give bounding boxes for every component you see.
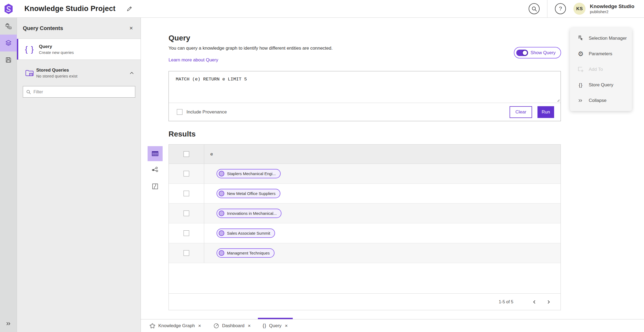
data-model-icon (5, 23, 12, 30)
rail-item-save[interactable] (0, 51, 17, 68)
project-title: Knowledge Studio Project (24, 5, 115, 13)
query-editor: MATCH (e) RETURN e LIMIT 5 (169, 71, 561, 103)
double-chevron-right-icon (5, 320, 12, 327)
link-chart-icon (151, 166, 159, 174)
row-checkbox[interactable] (184, 171, 189, 176)
close-panel-button[interactable]: ✕ (129, 25, 133, 31)
table-row[interactable]: Innovations in Mechanical... (169, 204, 561, 223)
gear-icon: ⚙ (578, 51, 584, 57)
previous-page-button[interactable] (529, 297, 540, 307)
select-all-checkbox[interactable] (184, 151, 189, 157)
table-row[interactable]: New Metal Office Suppliers (169, 184, 561, 204)
row-checkbox[interactable] (184, 230, 189, 236)
chevron-up-icon[interactable] (129, 71, 134, 75)
tab-label: Knowledge Graph (158, 323, 195, 329)
entity-pill[interactable]: New Metal Office Suppliers (217, 189, 280, 198)
results-view-toolbar (148, 146, 163, 195)
parameters-button[interactable]: ⚙ Parameters (570, 46, 632, 62)
entity-pill[interactable]: Innovations in Mechanical... (217, 209, 281, 218)
rail-expand-button[interactable] (0, 315, 17, 332)
tab-query[interactable]: {} Query ✕ (258, 319, 293, 332)
search-button[interactable] (529, 3, 540, 14)
braces-icon: { } (25, 45, 37, 54)
action-label: Parameters (589, 51, 612, 57)
toggle-track (516, 50, 528, 56)
contents-item-description: Create new queries (39, 50, 141, 55)
knowledge-graph-icon (149, 323, 156, 329)
entity-pill[interactable]: Sales Associate Summit (217, 228, 275, 238)
layers-icon (5, 39, 12, 47)
table-pagination: 1-5 of 5 (169, 293, 561, 310)
query-editor-footer: Include Provenance Clear Run (169, 103, 561, 121)
view-table-button[interactable] (148, 146, 163, 161)
action-label: Selection Manager (589, 36, 627, 41)
query-page-title: Query (169, 34, 190, 42)
row-checkbox[interactable] (184, 250, 189, 256)
entity-label: Staplers Mechanical Engi... (227, 171, 276, 176)
filter-search-icon (26, 90, 31, 94)
table-view-icon (151, 150, 159, 158)
table-row[interactable]: Managment Techniques (169, 243, 561, 263)
column-header-e: e (204, 145, 213, 164)
contents-item-stored-queries[interactable]: Stored Queries No stored queries exist (17, 60, 141, 86)
user-role: publisher2 (590, 9, 634, 14)
table-row[interactable]: Staplers Mechanical Engi... (169, 164, 561, 184)
next-page-button[interactable] (543, 297, 554, 307)
entity-dot-icon (219, 171, 224, 176)
resize-handle-icon[interactable] (557, 99, 560, 102)
show-query-toggle[interactable]: Show Query (514, 47, 561, 58)
entity-pill[interactable]: Managment Techniques (217, 248, 275, 258)
user-info[interactable]: Knowledge Studio publisher2 (590, 3, 634, 14)
include-provenance-checkbox[interactable] (177, 109, 182, 115)
pencil-icon (126, 6, 132, 12)
help-icon: ? (559, 6, 562, 12)
contents-item-label: Query (39, 44, 141, 49)
braces-icon: {} (579, 82, 583, 88)
chevron-right-icon (547, 300, 551, 304)
store-query-button[interactable]: {} Store Query (570, 77, 632, 93)
tab-knowledge-graph[interactable]: Knowledge Graph ✕ (144, 319, 206, 332)
entity-label: Innovations in Mechanical... (227, 211, 277, 216)
add-to-button: Add To (570, 62, 632, 77)
close-tab-icon[interactable]: ✕ (248, 324, 251, 328)
rail-item-data-model[interactable] (0, 18, 17, 35)
contents-item-label: Stored Queries (36, 68, 129, 73)
entity-pill[interactable]: Staplers Mechanical Engi... (217, 169, 281, 178)
close-tab-icon[interactable]: ✕ (285, 324, 288, 328)
filter-input[interactable] (34, 90, 132, 94)
entity-dot-icon (219, 230, 224, 236)
user-name: Knowledge Studio (590, 3, 634, 9)
table-row[interactable]: Sales Associate Summit (169, 223, 561, 243)
view-map-button[interactable] (148, 179, 163, 194)
query-editor-container: MATCH (e) RETURN e LIMIT 5 Include Prove… (169, 71, 561, 121)
contents-panel-header: Query Contents ✕ (17, 18, 141, 39)
bottom-tab-bar: Knowledge Graph ✕ Dashboard ✕ {} Query (141, 319, 644, 332)
results-title: Results (169, 130, 196, 138)
clear-button[interactable]: Clear (510, 106, 532, 118)
rail-item-layers[interactable] (0, 35, 17, 51)
app-root: Knowledge Studio Project ? KS Knowledge … (0, 0, 644, 332)
action-label: Add To (589, 67, 603, 72)
view-link-chart-button[interactable] (148, 163, 163, 178)
tab-dashboard[interactable]: Dashboard ✕ (208, 319, 256, 332)
user-avatar[interactable]: KS (573, 3, 586, 15)
row-checkbox[interactable] (184, 191, 189, 196)
contents-item-description: No stored queries exist (36, 74, 129, 78)
row-checkbox[interactable] (184, 211, 189, 216)
entity-dot-icon (219, 250, 224, 256)
selection-manager-button[interactable]: Selection Manager (570, 31, 632, 46)
edit-title-button[interactable] (125, 4, 134, 14)
help-button[interactable]: ? (555, 3, 566, 14)
results-table: e Staplers Mechanical Engi... New Metal … (169, 144, 561, 310)
query-textarea[interactable]: MATCH (e) RETURN e LIMIT 5 (169, 71, 561, 103)
learn-more-link[interactable]: Learn more about Query (169, 57, 218, 63)
app-logo[interactable] (0, 3, 17, 14)
stored-queries-filter[interactable] (23, 86, 135, 98)
contents-item-query[interactable]: { } Query Create new queries (17, 39, 141, 60)
pagination-range: 1-5 of 5 (499, 300, 513, 304)
close-tab-icon[interactable]: ✕ (198, 324, 201, 328)
run-button[interactable]: Run (537, 106, 554, 118)
collapse-panel-button[interactable]: Collapse (570, 93, 632, 108)
left-icon-rail (0, 18, 17, 332)
entity-dot-icon (219, 211, 224, 216)
